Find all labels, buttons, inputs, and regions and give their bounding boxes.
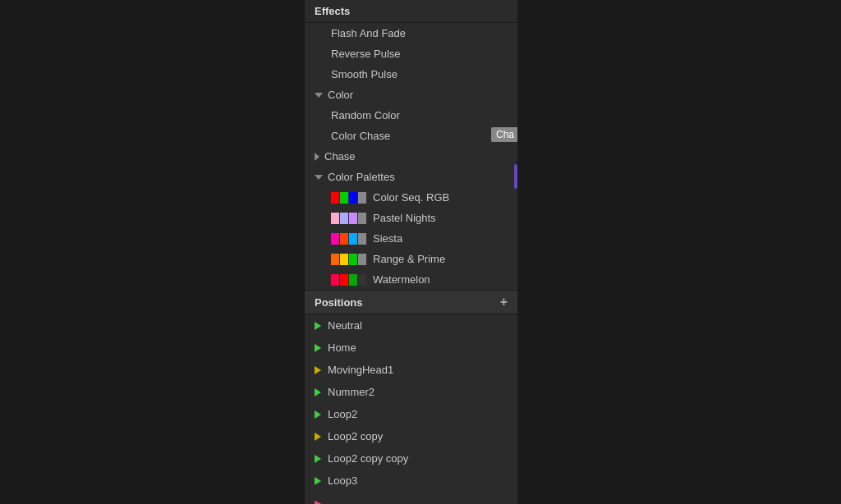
effect-label: Flash And Fade xyxy=(331,27,406,39)
effect-item-random-color[interactable]: Random Color xyxy=(305,105,517,126)
palette-label: Watermelon xyxy=(373,273,430,286)
effects-list: Flash And Fade Reverse Pulse Smooth Puls… xyxy=(305,23,517,290)
color-category[interactable]: Color xyxy=(305,85,517,105)
play-icon xyxy=(315,366,321,374)
position-label: Loop2 copy copy xyxy=(328,452,408,465)
chase-category[interactable]: Chase xyxy=(305,146,517,167)
positions-title: Positions xyxy=(315,296,363,309)
tooltip: Cha xyxy=(491,127,517,142)
effect-label: Random Color xyxy=(331,109,400,121)
position-item-loop3[interactable]: Loop3 xyxy=(305,470,517,492)
positions-header: Positions + xyxy=(305,290,517,314)
effect-label: Reverse Pulse xyxy=(331,48,401,60)
color-swatch xyxy=(331,254,366,265)
arrow-down-icon xyxy=(315,93,323,98)
palette-item-range-prime[interactable]: Range & Prime xyxy=(305,249,517,269)
play-icon xyxy=(315,322,321,330)
position-label: Loop3 xyxy=(328,474,357,487)
play-icon xyxy=(315,477,321,485)
palette-item-siesta[interactable]: Siesta xyxy=(305,228,517,249)
left-space xyxy=(0,0,304,504)
effects-panel: Effects Flash And Fade Reverse Pulse Smo… xyxy=(304,0,517,504)
effects-title: Effects xyxy=(315,5,350,17)
palette-label: Pastel Nights xyxy=(373,212,436,224)
color-category-label: Color xyxy=(328,89,353,101)
color-palettes-label: Color Palettes xyxy=(328,171,395,183)
bottom-add-button[interactable]: ▶ xyxy=(305,492,517,504)
palette-label: Siesta xyxy=(373,232,402,245)
play-icon xyxy=(315,344,321,352)
color-swatch xyxy=(331,213,366,224)
position-label: Loop2 xyxy=(328,408,357,420)
effect-item-flash-and-fade[interactable]: Flash And Fade xyxy=(305,23,517,44)
palette-label: Range & Prime xyxy=(373,253,445,265)
chase-category-label: Chase xyxy=(324,150,356,163)
position-label: MovingHead1 xyxy=(328,364,393,376)
right-space xyxy=(517,0,841,504)
palette-item-pastel-nights[interactable]: Pastel Nights xyxy=(305,208,517,228)
color-swatch xyxy=(331,233,366,245)
position-label: Home xyxy=(328,341,356,354)
effects-header: Effects xyxy=(305,0,517,23)
arrow-right-icon xyxy=(315,153,319,161)
effect-item-color-chase[interactable]: Color Chase xyxy=(305,126,517,146)
scrollbar-indicator[interactable] xyxy=(514,164,517,189)
position-label: Nummer2 xyxy=(328,386,375,398)
play-icon xyxy=(315,433,321,441)
position-item-loop2-copy[interactable]: Loop2 copy xyxy=(305,425,517,447)
position-item-loop2[interactable]: Loop2 xyxy=(305,403,517,425)
play-icon xyxy=(315,410,321,419)
color-palettes-category[interactable]: Color Palettes xyxy=(305,167,517,187)
play-icon xyxy=(315,388,321,396)
position-label: Loop2 copy xyxy=(328,430,383,442)
palette-item-color-seq-rgb[interactable]: Color Seq. RGB xyxy=(305,187,517,208)
effect-item-smooth-pulse[interactable]: Smooth Pulse xyxy=(305,64,517,85)
position-item-movinghead1[interactable]: MovingHead1 xyxy=(305,359,517,381)
color-swatch xyxy=(331,192,366,204)
positions-list: Neutral Home MovingHead1 Nummer2 Loop2 L… xyxy=(305,314,517,504)
position-item-loop2-copy-copy[interactable]: Loop2 copy copy xyxy=(305,447,517,470)
arrow-down-icon xyxy=(315,175,323,180)
position-item-neutral[interactable]: Neutral xyxy=(305,314,517,337)
effect-label: Smooth Pulse xyxy=(331,68,398,80)
play-icon xyxy=(315,455,321,463)
effect-label: Color Chase xyxy=(331,130,390,142)
position-label: Neutral xyxy=(328,319,362,332)
add-position-button[interactable]: + xyxy=(500,296,508,309)
color-swatch xyxy=(331,274,366,286)
position-item-home[interactable]: Home xyxy=(305,337,517,359)
effect-item-reverse-pulse[interactable]: Reverse Pulse xyxy=(305,44,517,64)
palette-label: Color Seq. RGB xyxy=(373,191,449,204)
palette-item-watermelon[interactable]: Watermelon xyxy=(305,269,517,290)
position-item-nummer2[interactable]: Nummer2 xyxy=(305,381,517,403)
